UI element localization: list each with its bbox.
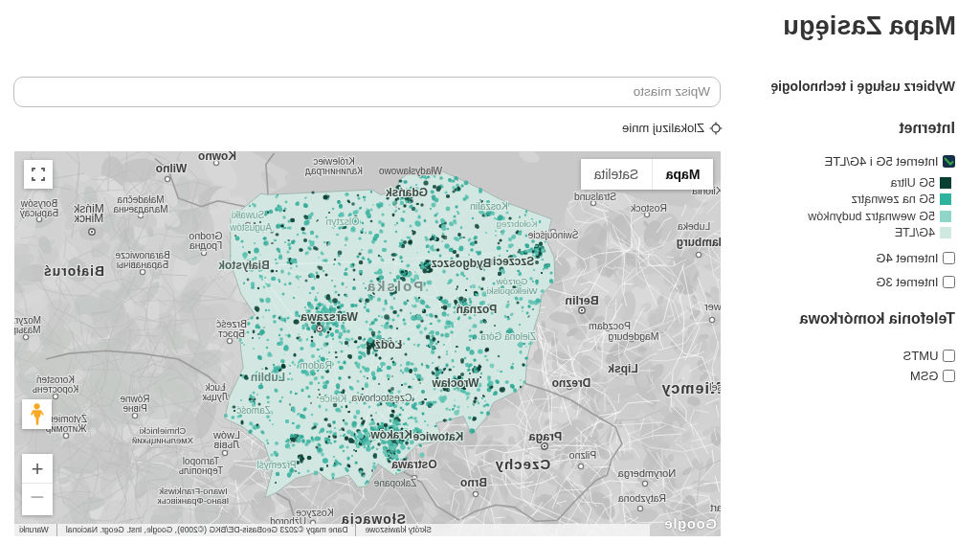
svg-text:Augustów: Augustów: [229, 222, 272, 233]
svg-text:Poznań: Poznań: [457, 303, 498, 316]
svg-text:Хмельницький: Хмельницький: [132, 435, 193, 445]
svg-text:Częstochowa: Częstochowa: [351, 392, 412, 403]
svg-text:Katowice: Katowice: [412, 430, 463, 443]
svg-text:Lublin: Lublin: [251, 371, 285, 384]
svg-text:Zamość: Zamość: [236, 405, 271, 416]
svg-text:Świnoujście: Świnoujście: [527, 229, 578, 240]
svg-text:Баранавічы: Баранавічы: [117, 260, 168, 270]
svg-text:Тернопіль: Тернопіль: [179, 465, 223, 476]
svg-text:Gdańsk: Gdańsk: [386, 186, 428, 199]
svg-text:Ostrawa: Ostrawa: [391, 458, 437, 471]
svg-text:Wielkopolski: Wielkopolski: [487, 285, 538, 296]
svg-text:Władysławowo: Władysławowo: [378, 166, 442, 176]
svg-text:Brno: Brno: [460, 476, 487, 489]
svg-text:Калининград: Калининград: [305, 166, 363, 176]
svg-text:Львів: Львів: [213, 439, 239, 450]
svg-text:Wilno: Wilno: [156, 162, 188, 175]
svg-text:Stralsund: Stralsund: [574, 191, 617, 202]
svg-text:Białystok: Białystok: [218, 259, 270, 272]
svg-text:Czechy: Czechy: [495, 456, 551, 472]
svg-text:Stuttgart: Stuttgart: [710, 502, 721, 513]
svg-text:Kassel: Kassel: [709, 381, 721, 393]
svg-text:Hanower: Hanower: [704, 301, 721, 312]
svg-text:Bydgoszcz: Bydgoszcz: [432, 257, 492, 270]
svg-text:Polska: Polska: [366, 278, 423, 294]
svg-text:Луцьк: Луцьк: [202, 392, 229, 402]
svg-text:Rostock: Rostock: [630, 202, 667, 214]
svg-text:Berlin: Berlin: [565, 294, 598, 307]
svg-text:Івано-Франківськ: Івано-Франківськ: [157, 495, 229, 506]
svg-text:Маладзечна: Маладзечна: [113, 204, 168, 215]
svg-text:Szczecin: Szczecin: [486, 255, 535, 268]
svg-text:Pilzno: Pilzno: [569, 449, 597, 461]
svg-text:Мазыр: Мазыр: [14, 325, 41, 335]
svg-text:Zielona Góra: Zielona Góra: [480, 331, 536, 342]
svg-text:Ratyzbona: Ratyzbona: [618, 492, 666, 504]
svg-text:Рівне: Рівне: [122, 403, 147, 414]
svg-text:Kraków: Kraków: [370, 428, 412, 441]
svg-text:Praga: Praga: [528, 430, 563, 443]
svg-text:Коростень: Коростень: [33, 384, 78, 395]
svg-text:Kołobrzeg: Kołobrzeg: [497, 218, 538, 229]
svg-text:Kowno: Kowno: [198, 151, 236, 163]
svg-text:Olsztyn: Olsztyn: [325, 215, 359, 227]
svg-text:Koszalin: Koszalin: [470, 200, 508, 212]
svg-text:Брэст: Брэст: [218, 328, 245, 339]
svg-text:Мінск: Мінск: [74, 212, 103, 225]
svg-text:Hamburg: Hamburg: [677, 236, 721, 249]
svg-text:Suwałki: Suwałki: [232, 210, 264, 220]
svg-text:Norymberga: Norymberga: [617, 467, 676, 479]
svg-text:Lipsk: Lipsk: [608, 362, 638, 375]
svg-text:Białoruś: Białoruś: [43, 263, 104, 279]
svg-text:Lubeka: Lubeka: [678, 220, 711, 232]
svg-text:Przemyśl: Przemyśl: [256, 460, 296, 470]
svg-text:Kielce: Kielce: [320, 393, 347, 404]
svg-text:Zakopane: Zakopane: [373, 478, 416, 488]
svg-text:Radom: Radom: [300, 359, 332, 371]
svg-text:Drezno: Drezno: [552, 376, 591, 390]
svg-text:Барысаў: Барысаў: [20, 208, 58, 218]
svg-text:Łódź: Łódź: [375, 338, 402, 351]
svg-text:Wrocław: Wrocław: [432, 376, 479, 390]
svg-text:Гродна: Гродна: [189, 239, 222, 251]
svg-text:Warszawa: Warszawa: [300, 310, 358, 324]
svg-text:Magdeburg: Magdeburg: [608, 330, 658, 342]
